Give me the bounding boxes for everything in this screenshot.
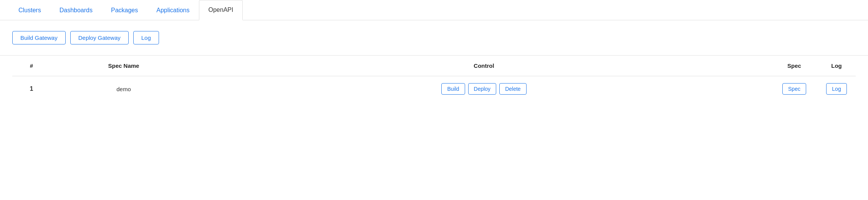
table-header-row: # Spec Name Control Spec Log [12, 56, 856, 76]
log-button[interactable]: Log [133, 31, 159, 44]
row-control: Build Deploy Delete [197, 76, 771, 102]
log-action-button[interactable]: Log [826, 83, 846, 95]
deploy-action-button[interactable]: Deploy [468, 83, 497, 95]
col-header-spec: Spec [771, 56, 817, 76]
tab-openapi[interactable]: OpenAPI [199, 0, 243, 20]
build-gateway-button[interactable]: Build Gateway [12, 31, 66, 44]
tab-dashboards[interactable]: Dashboards [50, 1, 102, 20]
control-group: Build Deploy Delete [441, 83, 527, 95]
tab-clusters[interactable]: Clusters [9, 1, 50, 20]
tab-packages[interactable]: Packages [102, 1, 147, 20]
top-navigation: Clusters Dashboards Packages Application… [0, 0, 868, 20]
table-row: 1 demo Build Deploy Delete Spec Log [12, 76, 856, 102]
build-action-button[interactable]: Build [441, 83, 465, 95]
table-container: # Spec Name Control Spec Log 1 demo Buil… [0, 56, 868, 102]
row-log: Log [817, 76, 856, 102]
col-header-control: Control [197, 56, 771, 76]
delete-action-button[interactable]: Delete [499, 83, 526, 95]
row-spec-name: demo [51, 76, 197, 102]
openapi-table: # Spec Name Control Spec Log 1 demo Buil… [12, 56, 856, 102]
col-header-spec-name: Spec Name [51, 56, 197, 76]
row-spec: Spec [771, 76, 817, 102]
col-header-log: Log [817, 56, 856, 76]
row-number: 1 [12, 76, 51, 102]
spec-action-button[interactable]: Spec [782, 83, 806, 95]
tab-applications[interactable]: Applications [147, 1, 199, 20]
toolbar: Build Gateway Deploy Gateway Log [0, 20, 868, 55]
col-header-number: # [12, 56, 51, 76]
deploy-gateway-button[interactable]: Deploy Gateway [70, 31, 129, 44]
